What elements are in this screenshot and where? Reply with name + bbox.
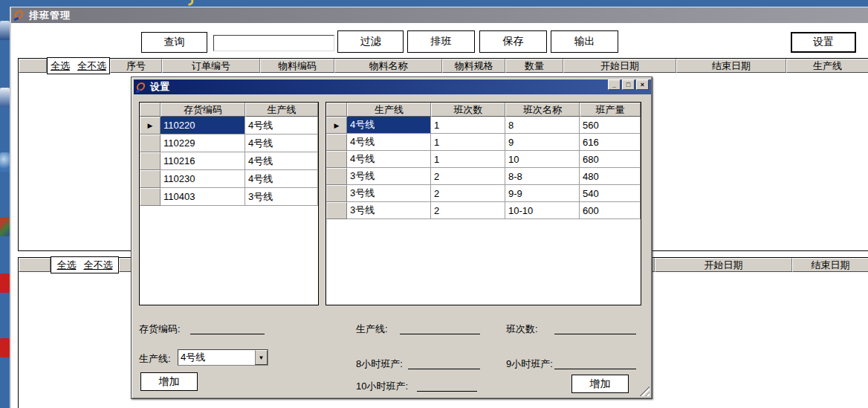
table-cell[interactable]: 3号线: [347, 168, 431, 185]
column-header[interactable]: 物料名称: [334, 59, 442, 73]
table-row[interactable]: 1102294号线: [140, 135, 318, 152]
table-cell[interactable]: 3号线: [347, 202, 431, 219]
desktop-icon-fragment[interactable]: [0, 338, 10, 357]
desktop-icon-fragment[interactable]: [0, 21, 10, 40]
table-cell[interactable]: 8-8: [505, 168, 580, 185]
shift-count-field[interactable]: [554, 324, 636, 334]
row-selector[interactable]: [326, 168, 347, 185]
table-cell[interactable]: 2: [431, 168, 505, 185]
row-selector[interactable]: [326, 185, 347, 202]
query-button[interactable]: 查询: [141, 32, 207, 53]
row-selector[interactable]: [140, 170, 161, 188]
shift9-field[interactable]: [554, 359, 636, 369]
table-cell[interactable]: 1: [431, 151, 505, 168]
column-header[interactable]: 班次名称: [505, 103, 580, 117]
current-row-arrow-icon[interactable]: ▶: [140, 117, 161, 135]
table-row[interactable]: 3号线210-10600: [326, 202, 641, 219]
table-row[interactable]: 3号线28-8480: [326, 168, 641, 185]
table-cell[interactable]: 110216: [161, 152, 245, 170]
table-row[interactable]: 1104033号线: [140, 188, 318, 206]
table-cell[interactable]: 4号线: [347, 151, 431, 168]
desktop-icon-fragment[interactable]: [0, 152, 10, 172]
table-cell[interactable]: 680: [580, 151, 641, 168]
table-cell[interactable]: 4号线: [245, 135, 318, 152]
row-selector[interactable]: [140, 135, 161, 152]
select-none-link[interactable]: 全不选: [84, 259, 113, 272]
shift8-field[interactable]: [408, 359, 480, 369]
table-row[interactable]: ▶1102204号线: [140, 117, 318, 135]
inventory-code-field[interactable]: [190, 324, 265, 334]
table-cell[interactable]: 3号线: [347, 185, 431, 202]
table-row[interactable]: ▶4号线18560: [326, 117, 641, 134]
table-row[interactable]: 4号线110680: [326, 151, 641, 168]
table-cell[interactable]: 540: [580, 185, 641, 202]
row-selector[interactable]: [326, 151, 347, 168]
table-cell[interactable]: 480: [580, 168, 641, 185]
chevron-down-icon[interactable]: ▼: [255, 350, 268, 365]
column-header[interactable]: 存货编码: [161, 103, 245, 117]
table-cell[interactable]: 4号线: [347, 117, 431, 134]
table-cell[interactable]: 110229: [161, 135, 245, 152]
table-cell[interactable]: 9: [505, 134, 580, 151]
table-cell[interactable]: 4号线: [245, 117, 318, 135]
table-cell[interactable]: 110403: [161, 188, 245, 206]
select-all-link[interactable]: 全选: [51, 59, 70, 73]
column-header[interactable]: 物料编码: [260, 59, 334, 73]
table-row[interactable]: 3号线29-9540: [326, 185, 641, 202]
column-header[interactable]: 生产线: [347, 103, 431, 117]
line-combobox[interactable]: 4号线 ▼: [178, 349, 268, 366]
table-cell[interactable]: 10-10: [505, 202, 580, 219]
table-cell[interactable]: 4号线: [245, 152, 318, 170]
table-cell[interactable]: 4号线: [245, 170, 318, 188]
table-cell[interactable]: 1: [431, 117, 505, 134]
table-cell[interactable]: 9-9: [505, 185, 580, 202]
table-cell[interactable]: 4号线: [347, 134, 431, 151]
column-header[interactable]: 班次数: [431, 103, 505, 117]
search-input[interactable]: [213, 35, 334, 51]
table-row[interactable]: 1102164号线: [140, 152, 318, 170]
table-cell[interactable]: 110230: [161, 170, 245, 188]
column-header[interactable]: 订单编号: [162, 59, 260, 73]
desktop-icon-fragment[interactable]: [0, 273, 10, 293]
column-header[interactable]: 生产线: [786, 59, 868, 73]
row-selector[interactable]: [326, 134, 347, 151]
desktop-icon-fragment[interactable]: [0, 88, 10, 107]
table-cell[interactable]: 600: [580, 202, 641, 219]
table-cell[interactable]: 10: [505, 151, 580, 168]
settings-button[interactable]: 设置: [791, 32, 856, 53]
row-selector[interactable]: [140, 188, 161, 206]
row-selector[interactable]: [140, 152, 161, 170]
add-button-left[interactable]: 增加: [140, 372, 198, 391]
table-cell[interactable]: 8: [505, 117, 580, 134]
column-header[interactable]: 序号: [110, 59, 162, 73]
column-header[interactable]: 生产线: [245, 103, 318, 117]
column-header[interactable]: 数量: [505, 59, 563, 73]
desktop-icon-fragment[interactable]: [0, 217, 10, 236]
dialog-titlebar[interactable]: 设置: [134, 80, 651, 94]
table-row[interactable]: 4号线19616: [326, 134, 641, 151]
table-cell[interactable]: 2: [431, 202, 505, 219]
select-none-link[interactable]: 全不选: [77, 59, 106, 73]
add-button-right[interactable]: 增加: [571, 375, 629, 393]
column-header[interactable]: 结束日期: [792, 258, 868, 272]
table-cell[interactable]: 110220: [161, 117, 245, 135]
table-cell[interactable]: 616: [580, 134, 641, 151]
table-cell[interactable]: 560: [580, 117, 641, 134]
table-row[interactable]: 1102304号线: [140, 170, 318, 188]
select-all-link[interactable]: 全选: [57, 259, 77, 272]
column-header[interactable]: 开始日期: [655, 258, 792, 272]
save-button[interactable]: 保存: [479, 30, 547, 53]
column-header[interactable]: 结束日期: [676, 59, 786, 73]
maximize-icon[interactable]: □: [622, 80, 635, 90]
schedule-button[interactable]: 排班: [407, 30, 475, 53]
table-cell[interactable]: 3号线: [245, 188, 318, 206]
column-header[interactable]: 开始日期: [563, 59, 676, 73]
table-cell[interactable]: 2: [431, 185, 505, 202]
minimize-icon[interactable]: _: [608, 80, 621, 90]
filter-button[interactable]: 过滤: [337, 30, 404, 53]
line-field[interactable]: [400, 324, 480, 334]
column-header[interactable]: 班产量: [580, 103, 641, 117]
main-window-titlebar[interactable]: 排班管理: [11, 7, 868, 23]
output-button[interactable]: 输出: [551, 30, 618, 53]
table-cell[interactable]: 1: [431, 134, 505, 151]
